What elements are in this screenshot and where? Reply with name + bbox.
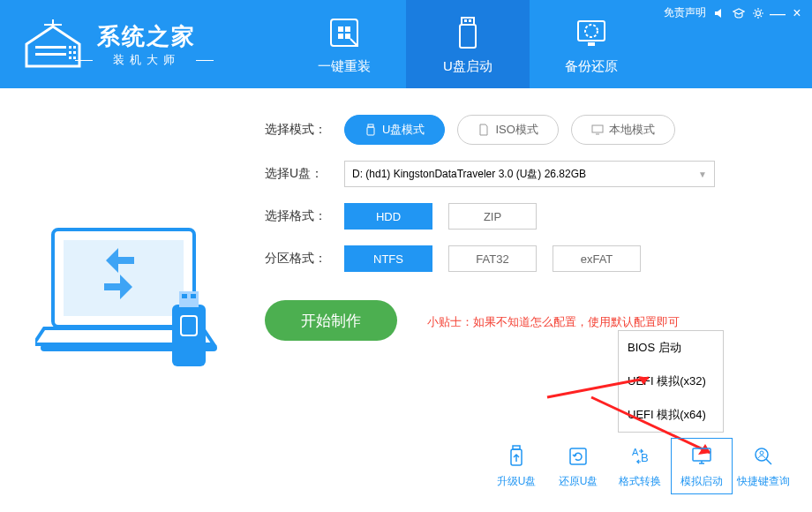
tool-upgrade[interactable]: 升级U盘 (485, 438, 547, 494)
reinstall-icon (326, 14, 363, 51)
convert-icon: AB (628, 444, 652, 469)
graduation-icon[interactable] (733, 7, 745, 19)
svg-text:A: A (632, 447, 639, 457)
svg-point-35 (760, 451, 763, 455)
format-zip-button[interactable]: ZIP (448, 203, 537, 230)
popup-uefi64[interactable]: UEFI 模拟(x64) (619, 398, 723, 432)
format-hdd-button[interactable]: HDD (344, 203, 432, 230)
popup-uefi32[interactable]: UEFI 模拟(x32) (619, 365, 723, 398)
titlebar: 免责声明 — × (664, 5, 803, 20)
tab-label: U盘启动 (443, 58, 492, 75)
partition-row: 分区格式： NTFS FAT32 exFAT (265, 245, 777, 272)
mode-btn-label: ISO模式 (495, 122, 538, 138)
restore-icon (566, 444, 590, 469)
tool-simulate[interactable]: 模拟启动 (671, 438, 733, 494)
mode-btn-label: 本地模式 (609, 122, 655, 138)
usb-icon (449, 14, 486, 51)
logo-subtitle: 装机大师 (97, 52, 196, 68)
udisk-row: 选择U盘： D: (hd1) KingstonDataTraveler 3.0 … (265, 161, 777, 187)
popup-bios[interactable]: BIOS 启动 (619, 331, 723, 365)
tool-label: 快捷键查询 (737, 474, 790, 489)
format-row: 选择格式： HDD ZIP (265, 203, 777, 230)
svg-rect-10 (464, 19, 467, 22)
svg-rect-33 (693, 448, 710, 461)
svg-rect-22 (182, 294, 187, 298)
svg-rect-27 (592, 125, 603, 132)
mode-usb-button[interactable]: U盘模式 (344, 115, 445, 145)
minimize-icon[interactable]: — (771, 7, 784, 19)
svg-point-14 (585, 25, 598, 37)
search-person-icon (751, 444, 776, 469)
monitor-icon (689, 444, 714, 469)
svg-rect-2 (69, 46, 71, 49)
file-icon (477, 124, 490, 136)
laptop-usb-illustration-icon (35, 221, 229, 380)
disclaimer-link[interactable]: 免责声明 (664, 5, 706, 20)
tool-label: 模拟启动 (680, 474, 723, 489)
house-logo-icon (18, 18, 88, 71)
tool-convert[interactable]: AB 格式转换 (609, 438, 671, 494)
format-label: 选择格式： (265, 208, 344, 224)
content: 选择模式： U盘模式 ISO模式 本地模式 选择U盘： D: (hd1) Kin… (0, 88, 812, 512)
settings-panel: 选择模式： U盘模式 ISO模式 本地模式 选择U盘： D: (hd1) Kin… (265, 88, 812, 512)
simulate-popup: BIOS 启动 UEFI 模拟(x32) UEFI 模拟(x64) (618, 330, 724, 433)
speaker-icon[interactable] (713, 7, 726, 19)
udisk-select[interactable]: D: (hd1) KingstonDataTraveler 3.0 (U盘) 2… (344, 161, 715, 187)
svg-rect-0 (35, 46, 66, 49)
tool-label: 升级U盘 (497, 474, 537, 489)
mode-label: 选择模式： (265, 122, 344, 138)
logo-title: 系统之家 (97, 21, 196, 52)
svg-rect-15 (588, 42, 595, 46)
usb-up-icon (504, 444, 529, 469)
tool-hotkey[interactable]: 快捷键查询 (733, 438, 794, 494)
tab-label: 一键重装 (318, 58, 371, 75)
illustration-panel (0, 88, 265, 512)
tab-label: 备份还原 (565, 58, 618, 75)
mode-btn-label: U盘模式 (382, 122, 425, 138)
partition-fat32-button[interactable]: FAT32 (448, 245, 537, 272)
bottom-toolbar: 升级U盘 还原U盘 AB 格式转换 模拟启动 快捷键查询 (485, 438, 794, 494)
svg-rect-26 (367, 127, 374, 135)
logo: 系统之家 装机大师 (0, 18, 265, 71)
close-icon[interactable]: × (791, 7, 803, 19)
svg-rect-9 (462, 18, 474, 25)
svg-rect-11 (469, 19, 471, 22)
start-button[interactable]: 开始制作 (265, 300, 397, 341)
udisk-value: D: (hd1) KingstonDataTraveler 3.0 (U盘) 2… (352, 167, 586, 182)
tab-backup[interactable]: 备份还原 (530, 0, 653, 88)
tip-prefix: 小贴士： (427, 315, 473, 328)
tool-restore[interactable]: 还原U盘 (547, 438, 609, 494)
tip-text: 小贴士：如果不知道怎么配置，使用默认配置即可 (427, 314, 680, 330)
partition-label: 分区格式： (265, 251, 344, 267)
svg-text:B: B (641, 451, 649, 464)
mode-local-button[interactable]: 本地模式 (571, 115, 675, 145)
svg-rect-23 (191, 294, 196, 298)
monitor-icon (591, 124, 604, 136)
tool-label: 格式转换 (619, 474, 661, 489)
usb-small-icon (365, 124, 377, 136)
main-tabs: 一键重装 U盘启动 备份还原 (282, 0, 653, 88)
svg-rect-21 (179, 291, 199, 307)
svg-rect-12 (460, 25, 476, 48)
tab-usb-boot[interactable]: U盘启动 (406, 0, 530, 88)
chevron-down-icon: ▼ (698, 169, 707, 179)
partition-exfat-button[interactable]: exFAT (553, 245, 641, 272)
header: 系统之家 装机大师 一键重装 U盘启动 备份还原 免责声明 — × (0, 0, 812, 88)
svg-rect-6 (69, 56, 71, 59)
tip-body: 如果不知道怎么配置，使用默认配置即可 (473, 315, 680, 328)
tool-label: 还原U盘 (559, 474, 598, 489)
svg-rect-5 (73, 51, 76, 54)
svg-point-16 (756, 11, 761, 15)
mode-row: 选择模式： U盘模式 ISO模式 本地模式 (265, 115, 777, 145)
svg-rect-1 (35, 53, 66, 56)
mode-iso-button[interactable]: ISO模式 (457, 115, 558, 145)
svg-rect-4 (69, 51, 71, 54)
svg-rect-30 (570, 448, 586, 464)
partition-ntfs-button[interactable]: NTFS (344, 245, 432, 272)
gear-icon[interactable] (752, 7, 764, 19)
tab-reinstall[interactable]: 一键重装 (282, 0, 406, 88)
udisk-label: 选择U盘： (265, 166, 344, 182)
svg-rect-3 (73, 46, 76, 49)
backup-icon (573, 14, 610, 51)
